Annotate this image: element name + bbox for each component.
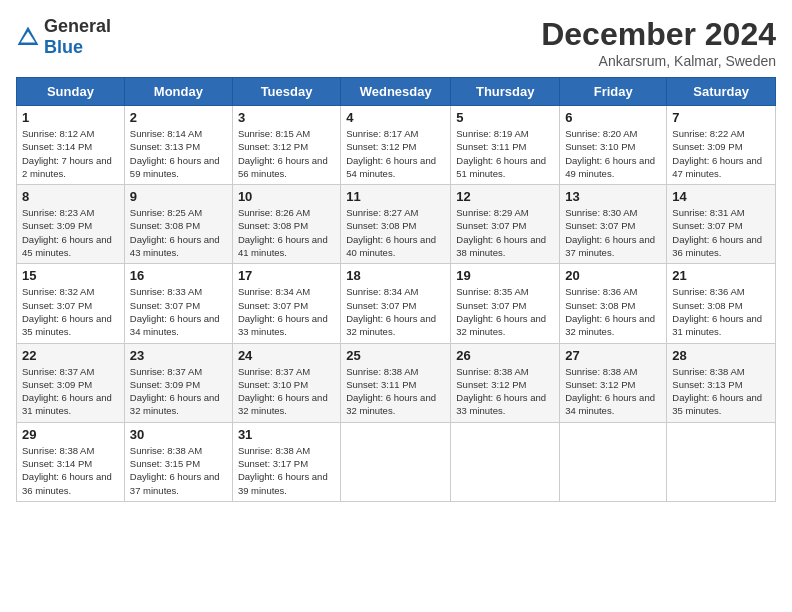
sunset-label: Sunset: 3:07 PM: [565, 220, 635, 231]
day-info: Sunrise: 8:31 AM Sunset: 3:07 PM Dayligh…: [672, 206, 770, 259]
day-cell-24: 24 Sunrise: 8:37 AM Sunset: 3:10 PM Dayl…: [232, 343, 340, 422]
sunset-label: Sunset: 3:10 PM: [565, 141, 635, 152]
header: General Blue December 2024 Ankarsrum, Ka…: [16, 16, 776, 69]
week-row-3: 15 Sunrise: 8:32 AM Sunset: 3:07 PM Dayl…: [17, 264, 776, 343]
day-cell-9: 9 Sunrise: 8:25 AM Sunset: 3:08 PM Dayli…: [124, 185, 232, 264]
day-number: 18: [346, 268, 445, 283]
daylight-label: Daylight: 6 hours and 31 minutes.: [22, 392, 112, 416]
sunrise-label: Sunrise: 8:36 AM: [672, 286, 744, 297]
daylight-label: Daylight: 6 hours and 56 minutes.: [238, 155, 328, 179]
day-info: Sunrise: 8:26 AM Sunset: 3:08 PM Dayligh…: [238, 206, 335, 259]
day-number: 26: [456, 348, 554, 363]
calendar-body: 1 Sunrise: 8:12 AM Sunset: 3:14 PM Dayli…: [17, 106, 776, 502]
sunset-label: Sunset: 3:09 PM: [22, 220, 92, 231]
day-number: 27: [565, 348, 661, 363]
day-info: Sunrise: 8:29 AM Sunset: 3:07 PM Dayligh…: [456, 206, 554, 259]
sunset-label: Sunset: 3:11 PM: [346, 379, 416, 390]
sunrise-label: Sunrise: 8:15 AM: [238, 128, 310, 139]
day-info: Sunrise: 8:38 AM Sunset: 3:13 PM Dayligh…: [672, 365, 770, 418]
sunset-label: Sunset: 3:12 PM: [456, 379, 526, 390]
sunset-label: Sunset: 3:12 PM: [238, 141, 308, 152]
day-number: 9: [130, 189, 227, 204]
day-header-friday: Friday: [560, 78, 667, 106]
day-number: 25: [346, 348, 445, 363]
daylight-label: Daylight: 6 hours and 34 minutes.: [130, 313, 220, 337]
sunset-label: Sunset: 3:07 PM: [456, 300, 526, 311]
sunset-label: Sunset: 3:09 PM: [130, 379, 200, 390]
sunset-label: Sunset: 3:07 PM: [22, 300, 92, 311]
daylight-label: Daylight: 6 hours and 32 minutes.: [346, 392, 436, 416]
day-cell-25: 25 Sunrise: 8:38 AM Sunset: 3:11 PM Dayl…: [341, 343, 451, 422]
sunset-label: Sunset: 3:13 PM: [130, 141, 200, 152]
month-title: December 2024: [541, 16, 776, 53]
day-cell-2: 2 Sunrise: 8:14 AM Sunset: 3:13 PM Dayli…: [124, 106, 232, 185]
day-cell-29: 29 Sunrise: 8:38 AM Sunset: 3:14 PM Dayl…: [17, 422, 125, 501]
day-cell-22: 22 Sunrise: 8:37 AM Sunset: 3:09 PM Dayl…: [17, 343, 125, 422]
day-number: 21: [672, 268, 770, 283]
day-cell-3: 3 Sunrise: 8:15 AM Sunset: 3:12 PM Dayli…: [232, 106, 340, 185]
sunrise-label: Sunrise: 8:32 AM: [22, 286, 94, 297]
sunrise-label: Sunrise: 8:26 AM: [238, 207, 310, 218]
day-cell-14: 14 Sunrise: 8:31 AM Sunset: 3:07 PM Dayl…: [667, 185, 776, 264]
day-cell-1: 1 Sunrise: 8:12 AM Sunset: 3:14 PM Dayli…: [17, 106, 125, 185]
daylight-label: Daylight: 6 hours and 37 minutes.: [565, 234, 655, 258]
sunrise-label: Sunrise: 8:38 AM: [22, 445, 94, 456]
day-info: Sunrise: 8:33 AM Sunset: 3:07 PM Dayligh…: [130, 285, 227, 338]
sunrise-label: Sunrise: 8:25 AM: [130, 207, 202, 218]
day-info: Sunrise: 8:30 AM Sunset: 3:07 PM Dayligh…: [565, 206, 661, 259]
sunrise-label: Sunrise: 8:14 AM: [130, 128, 202, 139]
day-number: 23: [130, 348, 227, 363]
day-number: 4: [346, 110, 445, 125]
day-info: Sunrise: 8:34 AM Sunset: 3:07 PM Dayligh…: [238, 285, 335, 338]
sunset-label: Sunset: 3:13 PM: [672, 379, 742, 390]
sunset-label: Sunset: 3:12 PM: [565, 379, 635, 390]
day-info: Sunrise: 8:14 AM Sunset: 3:13 PM Dayligh…: [130, 127, 227, 180]
sunset-label: Sunset: 3:08 PM: [238, 220, 308, 231]
daylight-label: Daylight: 6 hours and 33 minutes.: [456, 392, 546, 416]
sunrise-label: Sunrise: 8:38 AM: [565, 366, 637, 377]
sunrise-label: Sunrise: 8:38 AM: [238, 445, 310, 456]
sunset-label: Sunset: 3:07 PM: [130, 300, 200, 311]
day-cell-5: 5 Sunrise: 8:19 AM Sunset: 3:11 PM Dayli…: [451, 106, 560, 185]
sunset-label: Sunset: 3:08 PM: [565, 300, 635, 311]
day-header-thursday: Thursday: [451, 78, 560, 106]
logo-blue: Blue: [44, 37, 83, 57]
week-row-5: 29 Sunrise: 8:38 AM Sunset: 3:14 PM Dayl…: [17, 422, 776, 501]
logo-text: General Blue: [44, 16, 111, 58]
week-row-1: 1 Sunrise: 8:12 AM Sunset: 3:14 PM Dayli…: [17, 106, 776, 185]
sunset-label: Sunset: 3:17 PM: [238, 458, 308, 469]
day-header-tuesday: Tuesday: [232, 78, 340, 106]
day-header-saturday: Saturday: [667, 78, 776, 106]
daylight-label: Daylight: 6 hours and 38 minutes.: [456, 234, 546, 258]
daylight-label: Daylight: 6 hours and 40 minutes.: [346, 234, 436, 258]
day-number: 28: [672, 348, 770, 363]
daylight-label: Daylight: 6 hours and 32 minutes.: [346, 313, 436, 337]
sunset-label: Sunset: 3:07 PM: [456, 220, 526, 231]
day-cell-26: 26 Sunrise: 8:38 AM Sunset: 3:12 PM Dayl…: [451, 343, 560, 422]
week-row-2: 8 Sunrise: 8:23 AM Sunset: 3:09 PM Dayli…: [17, 185, 776, 264]
daylight-label: Daylight: 6 hours and 32 minutes.: [456, 313, 546, 337]
logo-icon: [16, 25, 40, 49]
day-cell-21: 21 Sunrise: 8:36 AM Sunset: 3:08 PM Dayl…: [667, 264, 776, 343]
sunrise-label: Sunrise: 8:38 AM: [672, 366, 744, 377]
sunrise-label: Sunrise: 8:37 AM: [238, 366, 310, 377]
days-of-week-row: SundayMondayTuesdayWednesdayThursdayFrid…: [17, 78, 776, 106]
day-info: Sunrise: 8:37 AM Sunset: 3:10 PM Dayligh…: [238, 365, 335, 418]
sunset-label: Sunset: 3:08 PM: [672, 300, 742, 311]
sunrise-label: Sunrise: 8:27 AM: [346, 207, 418, 218]
day-cell-4: 4 Sunrise: 8:17 AM Sunset: 3:12 PM Dayli…: [341, 106, 451, 185]
sunset-label: Sunset: 3:08 PM: [130, 220, 200, 231]
day-number: 22: [22, 348, 119, 363]
day-cell-7: 7 Sunrise: 8:22 AM Sunset: 3:09 PM Dayli…: [667, 106, 776, 185]
day-info: Sunrise: 8:12 AM Sunset: 3:14 PM Dayligh…: [22, 127, 119, 180]
daylight-label: Daylight: 6 hours and 54 minutes.: [346, 155, 436, 179]
sunrise-label: Sunrise: 8:35 AM: [456, 286, 528, 297]
day-number: 12: [456, 189, 554, 204]
day-number: 19: [456, 268, 554, 283]
day-number: 30: [130, 427, 227, 442]
daylight-label: Daylight: 6 hours and 32 minutes.: [565, 313, 655, 337]
day-number: 5: [456, 110, 554, 125]
day-cell-18: 18 Sunrise: 8:34 AM Sunset: 3:07 PM Dayl…: [341, 264, 451, 343]
sunrise-label: Sunrise: 8:38 AM: [346, 366, 418, 377]
day-number: 8: [22, 189, 119, 204]
